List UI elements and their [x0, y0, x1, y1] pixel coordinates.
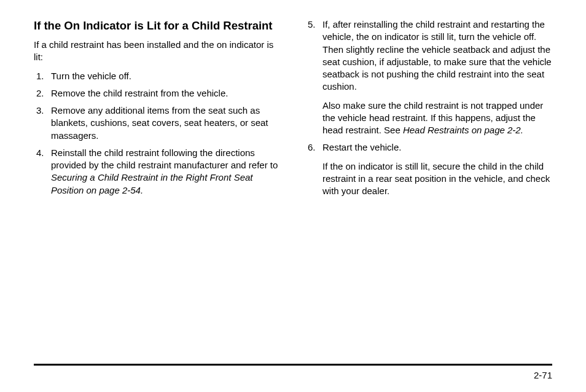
step-1: 1. Turn the vehicle off.: [51, 70, 281, 82]
step-text: Remove any additional items from the sea…: [51, 105, 268, 141]
step-4: 4. Reinstall the child restraint followi…: [51, 147, 281, 197]
step-text: Restart the vehicle.: [322, 142, 401, 152]
step-cross-ref: Head Restraints on page 2‑2.: [403, 125, 523, 135]
step-text: If, after reinstalling the child restrai…: [322, 19, 552, 92]
page-footer: 2-71: [34, 364, 552, 366]
step-3: 3. Remove any additional items from the …: [51, 104, 281, 142]
step-marker: 5.: [308, 18, 316, 31]
steps-list-left: 1. Turn the vehicle off. 2. Remove the c…: [34, 70, 281, 197]
step-marker: 2.: [36, 87, 44, 100]
step-text: Remove the child restraint from the vehi…: [51, 88, 228, 98]
footer-rule: [34, 364, 552, 366]
manual-page: If the On Indicator is Lit for a Child R…: [0, 0, 586, 392]
step-6: 6. Restart the vehicle. If the on indica…: [322, 141, 552, 197]
step-5: 5. If, after reinstalling the child rest…: [322, 18, 552, 136]
two-column-layout: If the On Indicator is Lit for a Child R…: [34, 18, 552, 202]
step-cross-ref: Securing a Child Restraint in the Right …: [51, 172, 253, 195]
step-text-part: Reinstall the child restraint following …: [51, 147, 278, 170]
section-heading: If the On Indicator is Lit for a Child R…: [34, 18, 281, 33]
page-number: 2-71: [534, 370, 552, 380]
step-text: Turn the vehicle off.: [51, 71, 131, 81]
step-marker: 3.: [36, 104, 44, 117]
step-marker: 1.: [36, 70, 44, 82]
right-column: 5. If, after reinstalling the child rest…: [305, 18, 552, 202]
step-continuation: If the on indicator is still lit, secure…: [322, 160, 552, 198]
step-2: 2. Remove the child restraint from the v…: [51, 87, 281, 100]
intro-paragraph: If a child restraint has been installed …: [34, 39, 281, 64]
steps-list-right: 5. If, after reinstalling the child rest…: [305, 18, 552, 197]
step-continuation: Also make sure the child restraint is no…: [322, 100, 552, 137]
step-marker: 6.: [308, 141, 316, 154]
step-marker: 4.: [36, 147, 44, 159]
left-column: If the On Indicator is Lit for a Child R…: [34, 18, 281, 202]
